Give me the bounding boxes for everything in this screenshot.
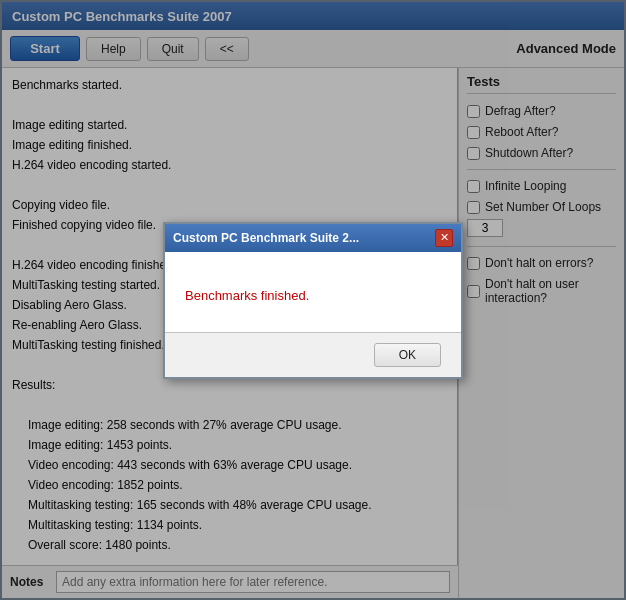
modal-message: Benchmarks finished. [185, 288, 309, 303]
modal-title: Custom PC Benchmark Suite 2... [173, 231, 359, 245]
modal-title-bar: Custom PC Benchmark Suite 2... ✕ [165, 224, 461, 252]
modal-close-button[interactable]: ✕ [435, 229, 453, 247]
ok-button[interactable]: OK [374, 343, 441, 367]
modal-overlay: Custom PC Benchmark Suite 2... ✕ Benchma… [0, 0, 626, 600]
modal-window: Custom PC Benchmark Suite 2... ✕ Benchma… [163, 222, 463, 379]
modal-body: Benchmarks finished. [165, 252, 461, 332]
modal-footer: OK [165, 332, 461, 377]
